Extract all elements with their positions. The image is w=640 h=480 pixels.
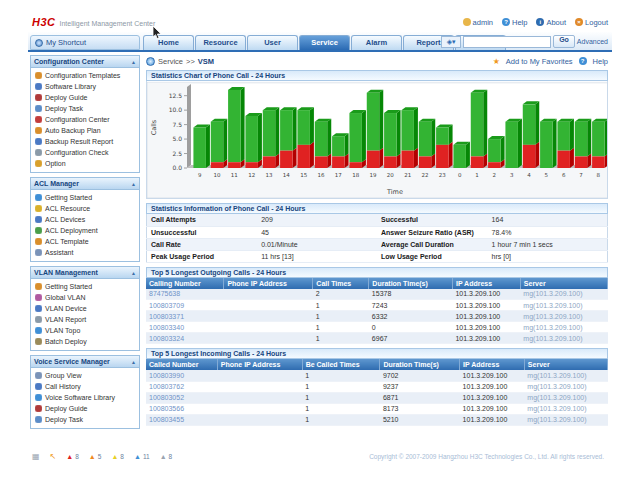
- alarm-badge-major[interactable]: ▲5: [89, 453, 102, 460]
- column-header-server[interactable]: Server: [524, 359, 607, 370]
- sidebar-section-header-voice-service-manager[interactable]: Voice Service Manager▲: [31, 356, 139, 368]
- sidebar-item-group-view[interactable]: Group View: [35, 370, 139, 381]
- sidebar-item-label: Deploy Guide: [45, 405, 87, 412]
- sidebar-item-configuration-center[interactable]: Configuration Center: [35, 114, 139, 125]
- number-link[interactable]: 100803709: [146, 300, 224, 311]
- sidebar-item-assistant[interactable]: Assistant: [35, 247, 139, 258]
- number-link[interactable]: 100803340: [146, 322, 224, 333]
- svg-text:0: 0: [458, 172, 462, 178]
- number-link[interactable]: 100803455: [146, 414, 217, 425]
- column-header-duration-time-s[interactable]: Duration Time(s): [380, 359, 460, 370]
- sidebar-section-header-vlan-management[interactable]: VLAN Management▲: [31, 267, 139, 279]
- sidebar-item-acl-resource[interactable]: ACL Resource: [35, 203, 139, 214]
- sidebar-item-vlan-report[interactable]: VLAN Report: [35, 314, 139, 325]
- sidebar-item-deploy-guide[interactable]: Deploy Guide: [35, 403, 139, 414]
- logout-link[interactable]: × Logout: [575, 18, 608, 27]
- alarm-badge-warning[interactable]: ▲11: [134, 453, 150, 460]
- sidebar-item-deploy-guide[interactable]: Deploy Guide: [35, 92, 139, 103]
- sidebar-item-label: Getting Started: [45, 194, 92, 201]
- cell: [217, 414, 302, 425]
- column-header-ip-address[interactable]: IP Address: [460, 359, 525, 370]
- column-header-calling-number[interactable]: Calling Number: [146, 278, 224, 289]
- sidebar-item-configuration-check[interactable]: Configuration Check: [35, 147, 139, 158]
- my-shortcut-button[interactable]: My Shortcut: [30, 35, 140, 50]
- tab-service[interactable]: Service: [299, 35, 350, 50]
- advanced-search-link[interactable]: Advanced: [577, 38, 608, 45]
- column-header-ip-address[interactable]: IP Address: [452, 278, 520, 289]
- number-link[interactable]: 100803762: [146, 381, 217, 392]
- sidebar-item-label: Deploy Task: [45, 105, 83, 112]
- svg-text:12: 12: [248, 172, 255, 178]
- warning-alarm-icon: ▲: [134, 453, 141, 460]
- about-link[interactable]: i About: [536, 18, 566, 27]
- sidebar-item-getting-started[interactable]: Getting Started: [35, 281, 139, 292]
- tab-user[interactable]: User: [247, 35, 298, 50]
- status-bar: ▦ ↖ ▲8▲5▲8▲11▲8 Copyright © 2007-2009 Ha…: [28, 448, 612, 464]
- sidebar-item-backup-result-report[interactable]: Backup Result Report: [35, 136, 139, 147]
- sidebar-item-label: ACL Resource: [45, 205, 90, 212]
- add-to-favorites-link[interactable]: Add to My Favorites: [506, 57, 573, 66]
- column-header-phone-ip-address[interactable]: Phone IP Address: [224, 278, 313, 289]
- number-link[interactable]: 100803324: [146, 333, 224, 344]
- sidebar-item-call-history[interactable]: Call History: [35, 381, 139, 392]
- sidebar-item-option[interactable]: Option: [35, 158, 139, 169]
- tab-home[interactable]: Home: [143, 35, 194, 50]
- sidebar-item-deploy-task[interactable]: Deploy Task: [35, 103, 139, 114]
- alarm-badge-minor[interactable]: ▲8: [111, 453, 124, 460]
- sidebar-item-acl-template[interactable]: ACL Template: [35, 236, 139, 247]
- column-header-server[interactable]: Server: [520, 278, 607, 289]
- sidebar-item-configuration-templates[interactable]: Configuration Templates: [35, 70, 139, 81]
- acl-resource-icon: [35, 205, 42, 212]
- sidebar-item-acl-devices[interactable]: ACL Devices: [35, 214, 139, 225]
- sidebar-item-getting-started[interactable]: Getting Started: [35, 192, 139, 203]
- number-link[interactable]: 100803990: [146, 370, 217, 381]
- alarm-badge-normal[interactable]: ▲8: [160, 453, 173, 460]
- column-header-duration-time-s[interactable]: Duration Time(s): [369, 278, 453, 289]
- cell: 101.3.209.100: [452, 300, 520, 311]
- tab-alarm[interactable]: Alarm: [351, 35, 402, 50]
- sidebar-items: Group ViewCall HistoryVoice Software Lib…: [31, 368, 139, 428]
- sidebar-item-acl-deployment[interactable]: ACL Deployment: [35, 225, 139, 236]
- sidebar-item-voice-software-library[interactable]: Voice Software Library: [35, 392, 139, 403]
- breadcrumb-section[interactable]: Service: [158, 57, 183, 66]
- help-link[interactable]: ? Help: [502, 18, 527, 27]
- number-link[interactable]: 87475638: [146, 289, 224, 300]
- column-header-call-times[interactable]: Call Times: [313, 278, 369, 289]
- svg-text:2: 2: [493, 172, 497, 178]
- sidebar-item-auto-backup-plan[interactable]: Auto Backup Plan: [35, 125, 139, 136]
- collapse-arrow-icon[interactable]: ▲: [131, 59, 136, 65]
- sound-toggle-icon[interactable]: ▦: [32, 452, 40, 461]
- sidebar-item-deploy-task[interactable]: Deploy Task: [35, 414, 139, 425]
- sidebar-item-vlan-device[interactable]: VLAN Device: [35, 303, 139, 314]
- svg-text:5.0: 5.0: [172, 135, 182, 142]
- search-go-button[interactable]: Go: [553, 35, 575, 48]
- collapse-arrow-icon[interactable]: ▲: [131, 359, 136, 365]
- deploy-task-icon: [35, 105, 42, 112]
- cursor-tool-icon[interactable]: ↖: [50, 452, 57, 461]
- search-category-dropdown[interactable]: ◈▾: [441, 36, 461, 48]
- column-header-called-number[interactable]: Called Number: [146, 359, 217, 370]
- tab-resource[interactable]: Resource: [195, 35, 246, 50]
- page-help-link[interactable]: Help: [593, 57, 608, 66]
- sidebar-item-vlan-topo[interactable]: VLAN Topo: [35, 325, 139, 336]
- cell: 1: [313, 333, 369, 344]
- search-input[interactable]: [463, 36, 551, 48]
- cell: 5210: [380, 414, 460, 425]
- column-header-be-called-times[interactable]: Be Called Times: [302, 359, 380, 370]
- chart-panel-title: Statistics Chart of Phone Call - 24 Hour…: [146, 70, 608, 81]
- sidebar-section-header-acl-manager[interactable]: ACL Manager▲: [31, 178, 139, 190]
- sidebar-item-batch-deploy[interactable]: Batch Deploy: [35, 336, 139, 347]
- sidebar-item-software-library[interactable]: Software Library: [35, 81, 139, 92]
- sidebar-item-global-vlan[interactable]: Global VLAN: [35, 292, 139, 303]
- number-link[interactable]: 100803566: [146, 403, 217, 414]
- number-link[interactable]: 100803371: [146, 311, 224, 322]
- alarm-badge-critical[interactable]: ▲8: [66, 453, 79, 460]
- current-user[interactable]: admin: [463, 18, 493, 27]
- calls-chart: 0.02.55.07.510.012.591011121314151617181…: [147, 82, 607, 198]
- collapse-arrow-icon[interactable]: ▲: [131, 181, 136, 187]
- number-link[interactable]: 100803052: [146, 392, 217, 403]
- cell: 1: [313, 311, 369, 322]
- sidebar-section-header-configuration-center[interactable]: Configuration Center▲: [31, 56, 139, 68]
- collapse-arrow-icon[interactable]: ▲: [131, 270, 136, 276]
- column-header-phone-ip-address[interactable]: Phone IP Address: [217, 359, 302, 370]
